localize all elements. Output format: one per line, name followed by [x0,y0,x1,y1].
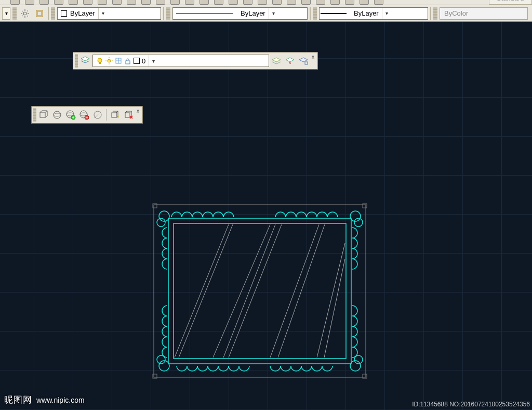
chevron-down-icon[interactable] [269,8,278,19]
layer-previous-icon[interactable] [270,55,283,67]
svg-rect-44 [168,218,351,364]
top-icon-stub[interactable] [316,0,325,5]
svg-line-7 [27,10,28,11]
top-icon-stub[interactable] [69,0,78,5]
svg-line-49 [223,224,275,358]
svg-point-58 [354,218,363,227]
top-icon-stub[interactable] [83,0,92,5]
top-icon-stub[interactable] [112,0,122,5]
svg-line-53 [317,243,345,358]
toolbar-grip-icon[interactable] [433,7,437,20]
drawing-canvas[interactable]: 0 x [0,22,532,410]
top-icon-stub[interactable] [141,0,151,5]
top-icon-stub[interactable] [229,0,238,5]
settings-gear-icon[interactable] [19,7,31,20]
toolbar-grip-icon[interactable] [166,7,170,20]
svg-point-25 [54,113,61,116]
toolbar-grip-icon[interactable] [33,108,36,122]
svg-line-46 [175,224,229,358]
top-icon-stub[interactable] [25,0,34,5]
svg-line-52 [278,224,325,358]
layer-states-icon[interactable] [284,55,296,67]
top-icon-stub[interactable] [170,0,180,5]
cube-delete-icon[interactable] [122,109,135,121]
plot-style-label: ByColor [444,9,468,17]
top-icon-stub[interactable] [39,0,49,5]
toolbar-grip-icon[interactable] [313,7,317,20]
close-icon[interactable]: x [136,108,141,114]
svg-line-6 [27,16,28,17]
chevron-down-icon[interactable] [149,55,158,67]
cube-new-icon[interactable] [109,109,121,121]
sphere-add-icon[interactable] [64,109,77,121]
svg-rect-40 [153,204,157,208]
svg-line-36 [95,112,101,118]
box-wireframe-icon[interactable] [37,109,50,121]
top-icon-stub[interactable] [156,0,165,5]
lightbulb-on-icon [96,57,103,64]
color-dropdown-label: ByLayer [70,9,95,17]
layer-toolbar[interactable]: 0 x [73,52,318,70]
layer-dropdown[interactable]: 0 [92,55,269,67]
svg-rect-45 [174,223,346,359]
top-icon-stub[interactable] [200,0,209,5]
watermark-brand-url: www.nipic.com [36,396,85,404]
top-icon-stub[interactable] [54,0,63,5]
color-dropdown[interactable]: ByLayer [57,7,161,20]
linetype-dropdown[interactable]: ByLayer [172,7,308,20]
top-icon-stub[interactable] [374,0,383,5]
chevron-down-icon[interactable] [98,8,108,19]
select-object-icon[interactable] [33,7,46,20]
top-icon-stub[interactable] [185,0,194,5]
layer-color-swatch-icon [134,58,140,64]
toolbar-chevron-dropdown[interactable] [2,7,10,20]
toolbar-divider [163,7,164,20]
chevron-down-icon[interactable] [382,8,391,19]
top-icon-stub[interactable] [258,0,267,5]
svg-rect-43 [363,374,367,378]
toolbar-grip-icon[interactable] [51,7,55,20]
layer-isolate-icon[interactable] [297,55,310,67]
top-icon-stub[interactable] [360,0,369,5]
svg-line-5 [22,10,23,11]
toolbar-grip-icon[interactable] [12,7,17,20]
toolbar-grip-icon[interactable] [75,54,78,68]
top-icon-stub[interactable] [287,0,296,5]
watermark-brand-ch: 昵图网 [4,394,32,406]
color-swatch-icon [61,10,67,17]
layer-properties-manager-icon[interactable] [79,55,91,67]
sun-icon [105,57,113,64]
top-icon-stub[interactable] [127,0,136,5]
svg-rect-37 [112,113,116,117]
top-icon-stub[interactable] [214,0,223,5]
svg-rect-10 [37,11,42,16]
viewport-toolbar[interactable]: x [31,106,143,124]
top-icon-stub[interactable] [243,0,252,5]
sphere-remove-icon[interactable] [78,109,90,121]
top-icon-stub[interactable] [10,0,20,5]
svg-line-8 [22,16,23,17]
top-icon-stub[interactable] [272,0,282,5]
toolbar-divider [106,109,107,121]
svg-point-0 [23,12,26,15]
cad-drawing [145,202,374,390]
properties-toolbar: ByLayer ByLayer ByLayer ByColor [0,5,532,22]
svg-point-56 [157,218,165,227]
linetype-dropdown-label: ByLayer [241,9,265,17]
lock-open-icon [124,57,131,64]
lineweight-dropdown-label: ByLayer [354,9,379,17]
lineweight-dropdown[interactable]: ByLayer [319,7,428,20]
top-icon-stub[interactable] [330,0,340,5]
sphere-slash-icon[interactable] [91,109,104,121]
svg-rect-42 [153,374,157,378]
watermark-left: 昵图网 www.nipic.com [4,394,85,406]
top-icon-stub[interactable] [98,0,107,5]
top-icon-stub[interactable] [301,0,311,5]
style-dropdown[interactable]: Standard [489,0,532,5]
freeze-viewport-icon [115,57,122,64]
sphere-wireframe-icon[interactable] [51,109,63,121]
watermark-right: ID:11345688 NO:20160724100253524356 [412,401,530,408]
close-icon[interactable]: x [311,54,316,60]
svg-point-24 [54,111,61,118]
top-icon-stub[interactable] [345,0,354,5]
